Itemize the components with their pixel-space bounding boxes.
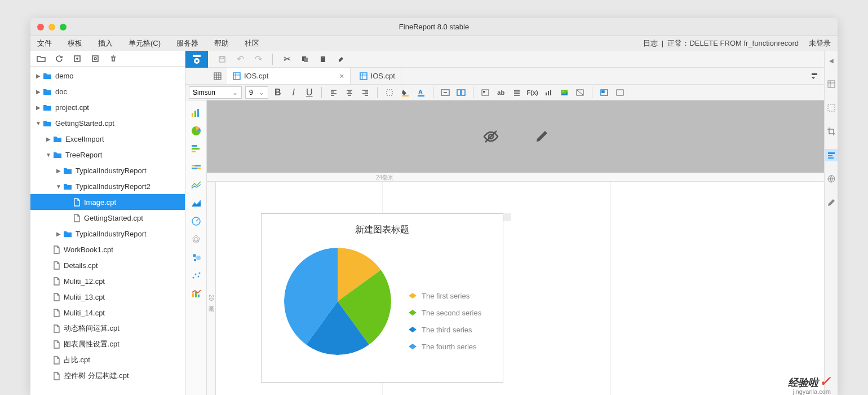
- tree-arrow-icon[interactable]: ▼: [45, 152, 52, 158]
- menu-template[interactable]: 模板: [68, 38, 82, 49]
- font-size-select[interactable]: 9⌄: [245, 86, 268, 99]
- tree-arrow-icon[interactable]: ▼: [55, 183, 62, 190]
- menu-community[interactable]: 社区: [245, 38, 259, 49]
- scatter-chart-icon[interactable]: [191, 270, 202, 281]
- preview-button[interactable]: [185, 51, 208, 68]
- combo-chart-icon[interactable]: [191, 288, 202, 299]
- subreport-icon[interactable]: [598, 86, 610, 99]
- tree-file[interactable]: Muliti_14.cpt: [30, 305, 185, 321]
- tree-arrow-icon[interactable]: ▶: [55, 231, 62, 237]
- style-panel-icon[interactable]: [825, 149, 838, 161]
- chart-element[interactable]: 新建图表标题 The first seriesThe second series…: [261, 213, 503, 383]
- tree-file[interactable]: Image.cpt: [30, 194, 185, 210]
- stacked-bar-icon[interactable]: [191, 161, 202, 173]
- grid-view-icon[interactable]: [211, 70, 224, 82]
- area-chart-icon[interactable]: [191, 198, 202, 209]
- save-icon[interactable]: [216, 53, 228, 65]
- tree-file[interactable]: WorkBook1.cpt: [30, 242, 185, 257]
- minimize-window-button[interactable]: [48, 24, 55, 30]
- format-painter-icon[interactable]: [335, 53, 347, 65]
- insert-cell-icon[interactable]: [479, 86, 491, 99]
- diagonal-icon[interactable]: [574, 86, 586, 99]
- bar-chart-icon[interactable]: [191, 143, 202, 155]
- param-panel[interactable]: [207, 100, 824, 173]
- tree-folder[interactable]: ▼GettingStarted.cpt: [30, 115, 185, 131]
- align-left-icon[interactable]: [327, 86, 340, 99]
- gauge-chart-icon[interactable]: [191, 216, 202, 227]
- insert-chart-icon[interactable]: [511, 86, 523, 99]
- align-right-icon[interactable]: [359, 86, 371, 99]
- menu-server[interactable]: 服务器: [176, 38, 198, 49]
- close-window-button[interactable]: [37, 24, 44, 30]
- tree-file[interactable]: GettingStarted.cpt: [30, 210, 185, 226]
- tree-file[interactable]: Details.cpt: [30, 257, 185, 273]
- border-icon[interactable]: [383, 86, 396, 99]
- italic-button[interactable]: I: [287, 86, 300, 99]
- tree-folder[interactable]: ▼TreeReport: [30, 147, 185, 163]
- tree-arrow-icon[interactable]: ▶: [35, 89, 42, 95]
- open-folder-icon[interactable]: [35, 52, 47, 65]
- bold-button[interactable]: B: [272, 86, 284, 99]
- tree-file[interactable]: 控件树 分层构建.cpt: [30, 368, 185, 384]
- tab-inactive[interactable]: IOS.cpt: [354, 68, 401, 84]
- close-tab-icon[interactable]: ×: [339, 72, 344, 81]
- hide-icon[interactable]: [482, 129, 500, 144]
- cell-props-icon[interactable]: [825, 78, 838, 90]
- insert-column-chart-icon[interactable]: [542, 86, 555, 99]
- paste-icon[interactable]: [317, 53, 329, 65]
- tree-folder[interactable]: ▶demo: [30, 68, 185, 84]
- edit-icon[interactable]: [534, 129, 550, 144]
- merge-cells-icon[interactable]: [439, 86, 451, 99]
- radar-chart-icon[interactable]: [191, 234, 202, 245]
- tree-folder[interactable]: ▶TypicalIndustryReport: [30, 163, 185, 178]
- tree-arrow-icon[interactable]: ▶: [45, 136, 52, 142]
- tree-folder[interactable]: ▶TypicalIndustryReport: [30, 226, 185, 242]
- tree-file[interactable]: 占比.cpt: [30, 352, 185, 368]
- pencil-icon[interactable]: [825, 196, 838, 209]
- undo-icon[interactable]: ↶: [234, 53, 246, 65]
- login-status[interactable]: 未登录: [809, 38, 831, 49]
- tree-arrow-icon[interactable]: ▶: [55, 168, 62, 174]
- log-status[interactable]: 日志 | 正常：DELETE FROM fr_functionrecord: [643, 38, 799, 49]
- file-tree[interactable]: ▶demo▶doc▶project.cpt▼GettingStarted.cpt…: [30, 67, 185, 395]
- tree-arrow-icon[interactable]: ▼: [35, 120, 42, 126]
- menu-cell[interactable]: 单元格(C): [129, 38, 161, 49]
- tree-file[interactable]: Muliti_12.cpt: [30, 273, 185, 289]
- cut-icon[interactable]: ✂: [281, 53, 293, 65]
- text-button[interactable]: ab: [495, 86, 507, 99]
- float-element-icon[interactable]: [614, 86, 626, 99]
- properties-icon[interactable]: [89, 52, 101, 65]
- refresh-icon[interactable]: [53, 52, 65, 65]
- pie-chart-icon[interactable]: [191, 125, 202, 137]
- menu-help[interactable]: 帮助: [214, 38, 229, 49]
- tab-active[interactable]: IOS.cpt ×: [227, 68, 351, 84]
- tree-arrow-icon[interactable]: ▶: [35, 104, 42, 111]
- tree-folder[interactable]: ▶ExcelImport: [30, 131, 185, 147]
- tab-menu-icon[interactable]: [808, 70, 821, 82]
- column-chart-icon[interactable]: [191, 107, 202, 118]
- formula-button[interactable]: F(x): [526, 86, 539, 99]
- menu-file[interactable]: 文件: [37, 38, 52, 49]
- tree-folder[interactable]: ▼TypicalIndustryReport2: [30, 178, 185, 194]
- font-name-select[interactable]: Simsun⌄: [189, 86, 242, 99]
- zoom-window-button[interactable]: [60, 24, 67, 30]
- chevron-left-icon[interactable]: ◀: [825, 54, 838, 67]
- report-canvas[interactable]: 新建图表标题 The first seriesThe second series…: [216, 182, 824, 395]
- copy-icon[interactable]: [299, 53, 311, 65]
- grid-props-icon[interactable]: [825, 102, 838, 114]
- globe-icon[interactable]: [825, 173, 838, 185]
- fill-color-icon[interactable]: [399, 86, 411, 99]
- bubble-chart-icon[interactable]: [191, 252, 202, 263]
- tree-file[interactable]: 图表属性设置.cpt: [30, 336, 185, 352]
- redo-icon[interactable]: ↷: [252, 53, 264, 65]
- tree-file[interactable]: Muliti_13.cpt: [30, 289, 185, 305]
- tree-folder[interactable]: ▶doc: [30, 84, 185, 99]
- underline-button[interactable]: U: [303, 86, 316, 99]
- font-color-icon[interactable]: A: [415, 86, 427, 99]
- crop-icon[interactable]: [825, 125, 838, 138]
- line-chart-icon[interactable]: [191, 179, 202, 191]
- align-center-icon[interactable]: [343, 86, 356, 99]
- delete-icon[interactable]: [107, 52, 119, 65]
- tree-file[interactable]: 动态格间运算.cpt: [30, 321, 185, 336]
- insert-image-icon[interactable]: [558, 86, 570, 99]
